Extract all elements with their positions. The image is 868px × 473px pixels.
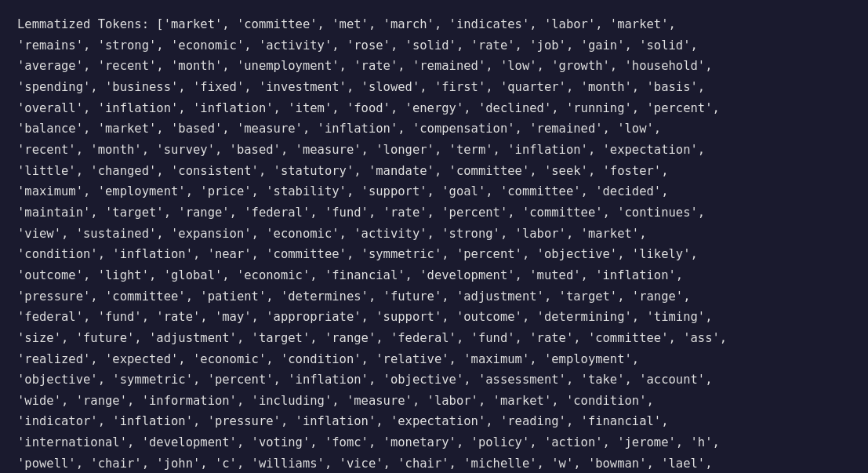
lemmatized-tokens-output: Lemmatized Tokens: ['market', 'committee… — [17, 14, 851, 473]
terminal-container: Lemmatized Tokens: ['market', 'committee… — [0, 0, 868, 473]
